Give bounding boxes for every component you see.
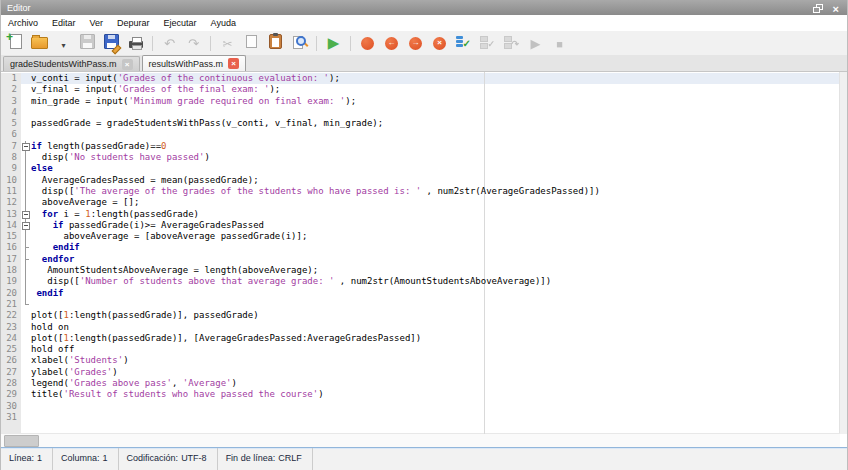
- code-line[interactable]: 19 disp(['Number of students above that …: [1, 276, 840, 287]
- menu-depurar[interactable]: Depurar: [110, 16, 157, 30]
- code-editor[interactable]: 1v_conti = input('Grades of the continuo…: [1, 72, 847, 447]
- close-tab-icon[interactable]: ×: [228, 58, 239, 69]
- close-icon: ×: [833, 3, 839, 15]
- code-text: else: [31, 163, 840, 174]
- line-number: 2: [1, 84, 21, 95]
- code-line[interactable]: 3min_grade = input('Minimum grade requir…: [1, 96, 840, 107]
- run-button[interactable]: ▶: [323, 33, 344, 53]
- code-line[interactable]: 5passedGrade = gradeStudentsWithPass(v_c…: [1, 118, 840, 129]
- code-line[interactable]: 16 endif: [1, 242, 840, 253]
- code-line[interactable]: 14 if passedGrade(i)>= AverageGradesPass…: [1, 220, 840, 231]
- open-dropdown-button[interactable]: ▾: [53, 33, 74, 53]
- float-icon: [813, 4, 823, 13]
- fold-toggle-icon[interactable]: [22, 222, 30, 230]
- open-button[interactable]: [29, 33, 50, 53]
- code-line[interactable]: 6: [1, 129, 840, 140]
- code-line[interactable]: 15 aboveAverage = [aboveAverage passedGr…: [1, 231, 840, 242]
- code-text: hold off: [31, 344, 840, 355]
- line-number: 6: [1, 129, 21, 140]
- remove-breakpoints-button[interactable]: ×: [429, 33, 450, 53]
- code-text: plot([1:length(passedGrade)], passedGrad…: [31, 310, 840, 321]
- code-text: endfor: [31, 254, 840, 265]
- code-text: title('Result of students who have passe…: [31, 389, 840, 400]
- copy-button[interactable]: [241, 33, 262, 53]
- save-as-button[interactable]: [101, 33, 122, 53]
- code-text: endif: [31, 288, 840, 299]
- menu-archivo[interactable]: Archivo: [1, 16, 45, 30]
- code-line[interactable]: 29title('Result of students who have pas…: [1, 389, 840, 400]
- title-bar: Editor ×: [1, 0, 847, 15]
- save-icon: [80, 34, 95, 53]
- code-line[interactable]: 4: [1, 107, 840, 118]
- code-line[interactable]: 21: [1, 299, 840, 310]
- horizontal-scrollbar[interactable]: [1, 433, 840, 447]
- code-line[interactable]: 23hold on: [1, 322, 840, 333]
- print-button[interactable]: [125, 33, 146, 53]
- code-line[interactable]: 22plot([1:length(passedGrade)], passedGr…: [1, 310, 840, 321]
- close-tab-icon[interactable]: ×: [122, 59, 133, 70]
- menu-ver[interactable]: Ver: [83, 16, 111, 30]
- tab-resultsWithPass.m[interactable]: resultsWithPass.m×: [142, 55, 247, 71]
- menu-ayuda[interactable]: Ayuda: [204, 16, 243, 30]
- status-encoding-label: Codificación:: [127, 453, 179, 463]
- step-button[interactable]: ✓: [453, 33, 474, 53]
- line-number: 14: [1, 220, 21, 231]
- code-line[interactable]: 11 disp(['The average of the grades of t…: [1, 186, 840, 197]
- vertical-scrollbar[interactable]: [839, 72, 847, 434]
- code-line[interactable]: 28legend('Grades above pass', 'Average'): [1, 378, 840, 389]
- code-line[interactable]: 2v_final = input('Grades of the final ex…: [1, 84, 840, 95]
- continue-icon: ▶: [531, 34, 541, 52]
- code-line[interactable]: 31: [1, 412, 840, 423]
- code-text: min_grade = input('Minimum grade require…: [31, 96, 840, 107]
- cut-button[interactable]: ✂: [217, 33, 238, 53]
- code-line[interactable]: 1v_conti = input('Grades of the continuo…: [1, 73, 840, 84]
- code-text: aboveAverage = [];: [31, 197, 840, 208]
- fold-marker: [21, 118, 31, 129]
- paste-icon: [269, 34, 282, 53]
- code-line[interactable]: 18 AmountStudentsAboveAverage = length(a…: [1, 265, 840, 276]
- next-breakpoint-button[interactable]: →: [405, 33, 426, 53]
- quit-debug-button[interactable]: ■: [549, 33, 570, 53]
- code-line[interactable]: 13 for i = 1:length(passedGrade): [1, 209, 840, 220]
- fold-marker: [21, 242, 31, 253]
- code-line[interactable]: 25hold off: [1, 344, 840, 355]
- code-line[interactable]: 27ylabel('Grades'): [1, 367, 840, 378]
- code-line[interactable]: 7if length(passedGrade)==0: [1, 141, 840, 152]
- code-text: endif: [31, 242, 840, 253]
- continue-button[interactable]: ▶: [525, 33, 546, 53]
- code-text: [31, 299, 840, 310]
- code-line[interactable]: 24plot([1:length(passedGrade)], [Average…: [1, 333, 840, 344]
- fold-toggle-icon[interactable]: [22, 211, 30, 219]
- fold-marker: [21, 276, 31, 287]
- code-line[interactable]: 20 endif: [1, 288, 840, 299]
- step-in-button[interactable]: ✓: [477, 33, 498, 53]
- code-line[interactable]: 26xlabel('Students'): [1, 355, 840, 366]
- code-line[interactable]: 8 disp('No students have passed'): [1, 152, 840, 163]
- menu-editar[interactable]: Editar: [45, 16, 83, 30]
- line-number: 26: [1, 355, 21, 366]
- code-line[interactable]: 9else: [1, 163, 840, 174]
- step-out-button[interactable]: ↷: [501, 33, 522, 53]
- code-line[interactable]: 17 endfor: [1, 254, 840, 265]
- status-column: Columna:1: [53, 448, 119, 470]
- tab-gradeStudentsWithPass.m[interactable]: gradeStudentsWithPass.m×: [3, 56, 140, 71]
- new-script-button[interactable]: +: [5, 33, 26, 53]
- code-line[interactable]: 12 aboveAverage = [];: [1, 197, 840, 208]
- fold-toggle-icon[interactable]: [22, 143, 30, 151]
- run-icon: ▶: [328, 34, 340, 52]
- find-button[interactable]: [289, 33, 310, 53]
- save-button[interactable]: [77, 33, 98, 53]
- undo-button[interactable]: ↶: [159, 33, 180, 53]
- fold-marker: [21, 344, 31, 355]
- toolbar: +▾↶↷✂▶←→×✓✓↷▶■: [1, 31, 847, 55]
- menu-ejecutar[interactable]: Ejecutar: [157, 16, 204, 30]
- line-number: 17: [1, 254, 21, 265]
- paste-button[interactable]: [265, 33, 286, 53]
- code-line[interactable]: 10 AverageGradesPassed = mean(passedGrad…: [1, 175, 840, 186]
- code-line[interactable]: 30: [1, 401, 840, 412]
- redo-button[interactable]: ↷: [183, 33, 204, 53]
- prev-breakpoint-button[interactable]: ←: [381, 33, 402, 53]
- fold-marker: [21, 333, 31, 344]
- scrollbar-thumb[interactable]: [4, 435, 39, 447]
- toggle-breakpoint-button[interactable]: [357, 33, 378, 53]
